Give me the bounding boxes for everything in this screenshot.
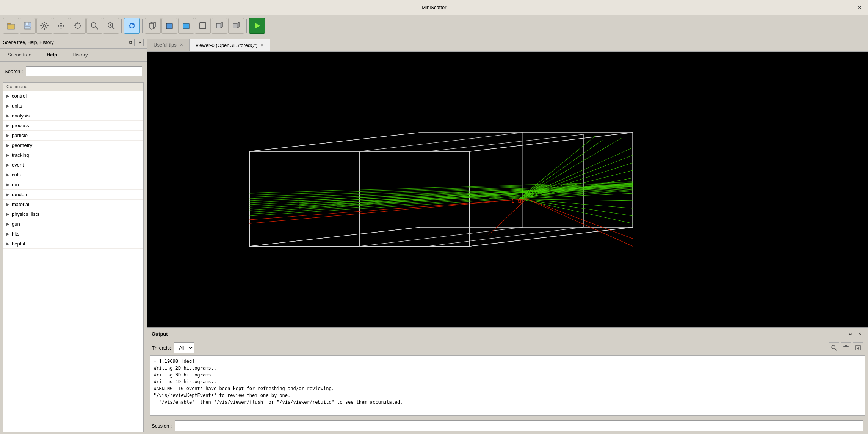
- view-front-btn[interactable]: [212, 18, 227, 34]
- view-box-btn[interactable]: [195, 18, 211, 34]
- search-area: Search :: [0, 62, 147, 81]
- left-panel: Scene tree, Help, History ⧉ ✕ Scene tree…: [0, 36, 147, 434]
- scene-svg: 1 cm 1 cm: [147, 52, 868, 327]
- viewer-tab-tips-label: Useful tips: [154, 42, 177, 48]
- viewer-tab-opengl-close[interactable]: ✕: [260, 43, 264, 48]
- tree-item-analysis[interactable]: ▶analysis: [3, 111, 143, 121]
- main-layout: Scene tree, Help, History ⧉ ✕ Scene tree…: [0, 36, 868, 434]
- viewer-tab-opengl-label: viewer-0 (OpenGLStoredQt): [196, 42, 258, 48]
- save-btn[interactable]: [20, 18, 36, 34]
- search-input[interactable]: [26, 66, 142, 76]
- svg-line-15: [112, 27, 115, 29]
- output-title: Output: [152, 331, 168, 337]
- tree-arrow: ▶: [6, 123, 9, 128]
- tree-arrow: ▶: [6, 242, 9, 246]
- svg-point-4: [43, 25, 45, 27]
- zoom-in-btn[interactable]: [103, 18, 119, 34]
- tree-item-heptst[interactable]: ▶heptst: [3, 239, 143, 249]
- tree-item-physics-lists[interactable]: ▶physics_lists: [3, 209, 143, 219]
- panel-float-btn[interactable]: ⧉: [127, 39, 135, 46]
- viewport[interactable]: 1 cm 1 cm: [147, 52, 868, 327]
- threads-select[interactable]: All 0 1 2: [174, 342, 194, 353]
- tree-arrow: ▶: [6, 212, 9, 216]
- right-area: Useful tips ✕ viewer-0 (OpenGLStoredQt) …: [147, 36, 868, 434]
- tree-item-run[interactable]: ▶run: [3, 180, 143, 190]
- tree-item-gun[interactable]: ▶gun: [3, 219, 143, 229]
- rotate-btn[interactable]: [124, 18, 140, 34]
- svg-text:1 cm: 1 cm: [521, 189, 533, 194]
- svg-rect-0: [7, 24, 15, 29]
- svg-point-88: [832, 345, 835, 349]
- view-perspective-btn[interactable]: [145, 18, 161, 34]
- viewer-tab-tips-close[interactable]: ✕: [180, 42, 183, 47]
- svg-rect-2: [25, 22, 29, 25]
- output-save-btn[interactable]: [853, 342, 863, 353]
- tree-arrow: ▶: [6, 133, 9, 137]
- run-sim-btn[interactable]: [249, 18, 265, 34]
- zoom-out-btn[interactable]: [86, 18, 102, 34]
- svg-rect-3: [25, 27, 30, 29]
- window-close-btn[interactable]: ✕: [857, 4, 862, 11]
- output-close-btn[interactable]: ✕: [856, 330, 863, 337]
- tab-bar: Scene tree Help History: [0, 49, 147, 62]
- threads-row: Threads: All 0 1 2: [147, 340, 868, 355]
- svg-rect-20: [183, 23, 189, 29]
- tree-arrow: ▶: [6, 232, 9, 236]
- svg-rect-25: [147, 102, 868, 276]
- output-text[interactable]: = 1.19098 [deg] Writing 2D histograms...…: [150, 355, 865, 416]
- output-clear-btn[interactable]: [841, 342, 851, 353]
- left-panel-controls: ⧉ ✕: [127, 39, 144, 46]
- viewer-tab-tips[interactable]: Useful tips ✕: [147, 39, 190, 51]
- svg-point-6: [75, 23, 80, 28]
- tab-history[interactable]: History: [65, 49, 95, 61]
- viewer-tab-opengl[interactable]: viewer-0 (OpenGLStoredQt) ✕: [190, 39, 271, 51]
- titlebar: MiniScatter ✕: [0, 0, 868, 15]
- toolbar-separator-2: [142, 19, 143, 33]
- svg-line-89: [835, 348, 837, 350]
- threads-label: Threads:: [152, 345, 171, 351]
- output-panel: Output ⧉ ✕ Threads: All 0 1 2: [147, 327, 868, 434]
- toolbar-separator-3: [246, 19, 247, 33]
- view-wire-btn[interactable]: [178, 18, 194, 34]
- open-folder-btn[interactable]: [3, 18, 19, 34]
- svg-point-5: [60, 25, 62, 27]
- session-label: Session :: [152, 423, 172, 429]
- tree-arrow: ▶: [6, 163, 9, 167]
- tab-help[interactable]: Help: [39, 49, 65, 61]
- panel-close-btn[interactable]: ✕: [136, 39, 144, 46]
- move-btn[interactable]: [53, 18, 69, 34]
- tree-item-geometry[interactable]: ▶geometry: [3, 141, 143, 150]
- tree-item-cuts[interactable]: ▶cuts: [3, 170, 143, 180]
- session-row: Session :: [147, 418, 868, 434]
- view-side-btn[interactable]: [228, 18, 244, 34]
- settings-btn[interactable]: [36, 18, 52, 34]
- tab-scene-tree[interactable]: Scene tree: [0, 49, 39, 61]
- output-float-btn[interactable]: ⧉: [847, 330, 854, 337]
- tree-arrow: ▶: [6, 192, 9, 197]
- tree-arrow: ▶: [6, 104, 9, 108]
- tree-arrow: ▶: [6, 222, 9, 226]
- tree-item-tracking[interactable]: ▶tracking: [3, 150, 143, 160]
- tree-arrow: ▶: [6, 143, 9, 147]
- crosshair-btn[interactable]: [70, 18, 86, 34]
- svg-marker-24: [255, 23, 260, 29]
- tree-item-material[interactable]: ▶material: [3, 200, 143, 209]
- tree-item-hits[interactable]: ▶hits: [3, 229, 143, 239]
- tree-item-process[interactable]: ▶process: [3, 121, 143, 131]
- output-search-btn[interactable]: [829, 342, 839, 353]
- view-solid-btn[interactable]: [161, 18, 177, 34]
- svg-rect-19: [166, 23, 172, 29]
- command-tree: Command ▶control ▶units ▶analysis ▶proce…: [3, 82, 144, 432]
- session-input[interactable]: [175, 420, 863, 431]
- tree-item-units[interactable]: ▶units: [3, 101, 143, 111]
- svg-line-12: [96, 27, 98, 29]
- left-panel-header: Scene tree, Help, History ⧉ ✕: [0, 36, 147, 49]
- tree-item-random[interactable]: ▶random: [3, 190, 143, 200]
- tree-item-event[interactable]: ▶event: [3, 160, 143, 170]
- toolbar: [0, 15, 868, 36]
- svg-rect-18: [149, 23, 153, 28]
- tree-arrow: ▶: [6, 183, 9, 187]
- tree-item-particle[interactable]: ▶particle: [3, 131, 143, 141]
- tree-item-control[interactable]: ▶control: [3, 91, 143, 101]
- app-title: MiniScatter: [421, 5, 446, 10]
